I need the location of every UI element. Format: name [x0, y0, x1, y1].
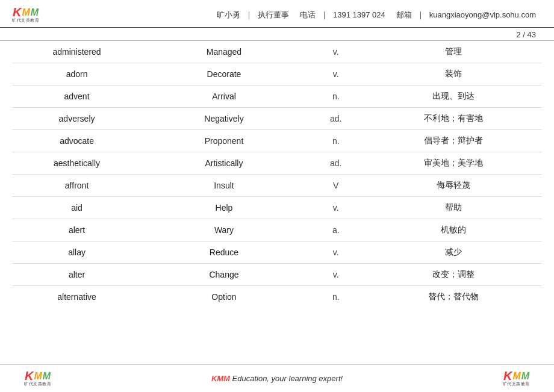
header-logo: K M M 旷代文英教育: [12, 6, 39, 23]
footer-logo-right: K M M 旷代文英教育: [503, 370, 530, 387]
meaning-cell: Help: [142, 197, 307, 219]
meaning-cell: Proponent: [142, 130, 307, 152]
header-email: kuangxiaoyong@vip.sohu.com: [429, 10, 536, 19]
word-cell: adversely: [12, 108, 142, 130]
pos-cell: ad.: [307, 152, 366, 175]
chinese-cell: 出现、到达: [366, 86, 542, 108]
chinese-cell: 帮助: [366, 197, 542, 219]
pos-cell: v.: [307, 63, 366, 86]
pos-cell: ad.: [307, 108, 366, 130]
table-row: adversely Negatively ad. 不利地；有害地: [12, 108, 542, 130]
pos-cell: n.: [307, 86, 366, 108]
meaning-cell: Wary: [142, 219, 307, 241]
pos-cell: v.: [307, 41, 366, 63]
header-phone: 1391 1397 024: [333, 10, 385, 19]
logo-m1: M: [22, 8, 30, 17]
table-row: adorn Decorate v. 装饰: [12, 63, 542, 86]
page-number: 2 / 43: [0, 28, 554, 41]
table-row: alter Change v. 改变；调整: [12, 264, 542, 286]
chinese-cell: 倡导者；辩护者: [366, 130, 542, 152]
page-footer: K M M 旷代文英教育 KMM Education, your learnin…: [0, 364, 554, 392]
word-cell: adorn: [12, 63, 142, 86]
table-row: advent Arrival n. 出现、到达: [12, 86, 542, 108]
chinese-cell: 装饰: [366, 63, 542, 86]
vocab-table: administered Managed v. 管理 adorn Decorat…: [12, 41, 542, 308]
header-sep3: ｜: [417, 10, 425, 20]
header-phone-label: 电话: [300, 10, 316, 20]
meaning-cell: Change: [142, 264, 307, 286]
chinese-cell: 减少: [366, 241, 542, 264]
footer-slogan-kmm: KMM: [211, 374, 230, 383]
header-info: 旷小勇 ｜ 执行董事 电话 ｜ 1391 1397 024 邮箱 ｜ kuang…: [217, 10, 536, 20]
table-row: alternative Option n. 替代；替代物: [12, 286, 542, 308]
vocab-table-wrapper: administered Managed v. 管理 adorn Decorat…: [0, 41, 554, 308]
meaning-cell: Arrival: [142, 86, 307, 108]
footer-slogan: KMM Education, your learning expert!: [211, 374, 343, 383]
table-row: alert Wary a. 机敏的: [12, 219, 542, 241]
chinese-cell: 改变；调整: [366, 264, 542, 286]
word-cell: affront: [12, 175, 142, 197]
footer-slogan-rest: Education, your learning expert!: [232, 374, 343, 383]
word-cell: aesthetically: [12, 152, 142, 175]
meaning-cell: Option: [142, 286, 307, 308]
meaning-cell: Managed: [142, 41, 307, 63]
meaning-cell: Artistically: [142, 152, 307, 175]
page-container: K M M 旷代文英教育 旷小勇 ｜ 执行董事 电话 ｜ 1391 1397 0…: [0, 0, 554, 392]
chinese-cell: 机敏的: [366, 219, 542, 241]
chinese-cell: 审美地；美学地: [366, 152, 542, 175]
word-cell: alter: [12, 264, 142, 286]
meaning-cell: Insult: [142, 175, 307, 197]
word-cell: alert: [12, 219, 142, 241]
word-cell: alternative: [12, 286, 142, 308]
table-row: allay Reduce v. 减少: [12, 241, 542, 264]
chinese-cell: 替代；替代物: [366, 286, 542, 308]
word-cell: allay: [12, 241, 142, 264]
table-row: administered Managed v. 管理: [12, 41, 542, 63]
header-title: 执行董事: [258, 10, 289, 20]
word-cell: advocate: [12, 130, 142, 152]
meaning-cell: Decorate: [142, 63, 307, 86]
table-row: aesthetically Artistically ad. 审美地；美学地: [12, 152, 542, 175]
pos-cell: n.: [307, 286, 366, 308]
pos-cell: a.: [307, 219, 366, 241]
header-person: 旷小勇: [217, 10, 240, 20]
table-row: affront Insult V 侮辱轻蔑: [12, 175, 542, 197]
chinese-cell: 管理: [366, 41, 542, 63]
table-row: advocate Proponent n. 倡导者；辩护者: [12, 130, 542, 152]
meaning-cell: Reduce: [142, 241, 307, 264]
pos-cell: v.: [307, 264, 366, 286]
logo-k: K: [13, 6, 21, 18]
chinese-cell: 侮辱轻蔑: [366, 175, 542, 197]
header-sep2: ｜: [320, 10, 328, 20]
word-cell: advent: [12, 86, 142, 108]
pos-cell: V: [307, 175, 366, 197]
header-sep1: ｜: [245, 10, 253, 20]
chinese-cell: 不利地；有害地: [366, 108, 542, 130]
logo-subtitle: 旷代文英教育: [12, 18, 39, 23]
table-row: aid Help v. 帮助: [12, 197, 542, 219]
footer-logo-left: K M M 旷代文英教育: [24, 370, 51, 387]
pos-cell: v.: [307, 241, 366, 264]
pos-cell: n.: [307, 130, 366, 152]
word-cell: administered: [12, 41, 142, 63]
header-email-label: 邮箱: [396, 10, 412, 20]
word-cell: aid: [12, 197, 142, 219]
logo-m2: M: [31, 8, 39, 17]
meaning-cell: Negatively: [142, 108, 307, 130]
page-header: K M M 旷代文英教育 旷小勇 ｜ 执行董事 电话 ｜ 1391 1397 0…: [0, 0, 554, 28]
pos-cell: v.: [307, 197, 366, 219]
